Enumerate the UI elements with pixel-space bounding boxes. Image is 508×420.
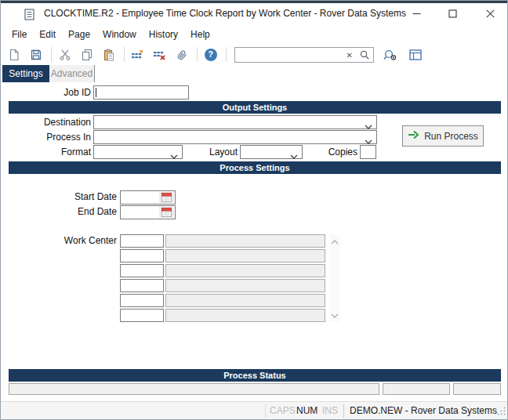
copy-button[interactable] bbox=[77, 45, 96, 64]
ins-indicator: INS bbox=[322, 402, 338, 419]
cut-button[interactable] bbox=[55, 45, 74, 64]
scroll-up-icon[interactable] bbox=[331, 236, 339, 247]
work-center-description bbox=[165, 309, 325, 322]
close-button[interactable] bbox=[477, 3, 503, 24]
title-bar[interactable]: CLOCKTIME.R2 - Employee Time Clock Repor… bbox=[1, 3, 507, 24]
scroll-down-icon[interactable] bbox=[331, 310, 339, 320]
connection-status: DEMO.NEW - Rover Data Systems bbox=[350, 402, 497, 419]
end-date-input[interactable] bbox=[122, 207, 158, 218]
layout-label: Layout bbox=[189, 145, 238, 159]
status-bar: CAPS NUM INS DEMO.NEW - Rover Data Syste… bbox=[1, 401, 507, 419]
process-settings-header: Process Settings bbox=[9, 161, 501, 174]
job-id-label: Job ID bbox=[1, 85, 91, 100]
work-center-rows bbox=[120, 234, 325, 324]
insert-rows-button[interactable] bbox=[128, 45, 147, 64]
toolbar-separator bbox=[124, 47, 125, 62]
search-input[interactable] bbox=[235, 48, 339, 62]
menu-item-edit[interactable]: Edit bbox=[33, 26, 62, 43]
work-center-code-input[interactable] bbox=[120, 309, 164, 322]
work-center-row bbox=[120, 309, 325, 322]
work-center-description bbox=[165, 279, 325, 292]
resize-grip[interactable] bbox=[497, 407, 506, 418]
search-view-button[interactable] bbox=[380, 45, 400, 64]
save-button[interactable] bbox=[26, 45, 45, 64]
destination-label: Destination bbox=[1, 115, 91, 129]
end-date-calendar-button[interactable] bbox=[159, 207, 174, 218]
menu-item-file[interactable]: File bbox=[5, 26, 33, 43]
tab-settings[interactable]: Settings bbox=[2, 65, 49, 82]
process-in-label: Process In bbox=[1, 130, 91, 144]
copies-label: Copies bbox=[310, 145, 357, 159]
window-title: CLOCKTIME.R2 - Employee Time Clock Repor… bbox=[44, 3, 406, 24]
end-date-label: End Date bbox=[1, 205, 117, 219]
menu-item-history[interactable]: History bbox=[143, 26, 184, 43]
calendar-icon bbox=[161, 208, 172, 217]
attachment-button[interactable] bbox=[172, 45, 191, 64]
start-date-field bbox=[120, 190, 176, 205]
run-arrow-icon bbox=[408, 130, 419, 142]
maximize-button[interactable] bbox=[440, 3, 465, 24]
layout-columns-button[interactable] bbox=[405, 45, 425, 64]
work-center-code-input[interactable] bbox=[120, 279, 164, 292]
work-center-scrollbar[interactable] bbox=[330, 234, 340, 322]
chevron-down-icon bbox=[290, 150, 298, 161]
document-icon bbox=[24, 9, 34, 23]
start-date-calendar-button[interactable] bbox=[159, 192, 174, 203]
search-icon[interactable] bbox=[359, 49, 370, 63]
work-center-code-input[interactable] bbox=[120, 249, 164, 262]
menu-item-page[interactable]: Page bbox=[62, 26, 96, 43]
process-status-message bbox=[9, 383, 379, 395]
work-center-row bbox=[120, 294, 325, 307]
format-select[interactable] bbox=[93, 145, 183, 159]
toolbar-separator bbox=[197, 47, 198, 62]
start-date-input[interactable] bbox=[122, 192, 158, 203]
toolbar: ? ✕ bbox=[1, 44, 507, 65]
caps-indicator: CAPS bbox=[270, 402, 296, 419]
menu-item-help[interactable]: Help bbox=[184, 26, 216, 43]
end-date-field bbox=[120, 205, 176, 219]
num-indicator: NUM bbox=[296, 402, 318, 419]
text-caret bbox=[96, 88, 96, 97]
tab-advanced[interactable]: Advanced bbox=[49, 65, 95, 82]
help-button[interactable]: ? bbox=[201, 45, 220, 64]
help-icon: ? bbox=[205, 49, 217, 61]
work-center-row bbox=[120, 234, 325, 248]
process-status-field-3 bbox=[453, 383, 501, 395]
clear-search-icon[interactable]: ✕ bbox=[347, 50, 353, 61]
copies-input[interactable] bbox=[360, 145, 376, 159]
toolbar-separator bbox=[226, 47, 227, 62]
new-document-button[interactable] bbox=[4, 45, 24, 64]
work-center-description bbox=[165, 294, 325, 307]
status-separator bbox=[343, 404, 344, 418]
work-center-description bbox=[165, 234, 325, 248]
work-center-code-input[interactable] bbox=[120, 264, 164, 277]
run-process-label: Run Process bbox=[424, 131, 478, 142]
toolbar-separator bbox=[51, 47, 52, 62]
toolbar-search-box: ✕ bbox=[234, 47, 374, 63]
delete-rows-button[interactable] bbox=[150, 45, 169, 64]
layout-select[interactable] bbox=[240, 145, 303, 159]
work-center-description bbox=[165, 264, 325, 277]
work-center-row bbox=[120, 249, 325, 262]
app-window: CLOCKTIME.R2 - Employee Time Clock Repor… bbox=[0, 0, 508, 420]
output-settings-header: Output Settings bbox=[9, 101, 501, 114]
chevron-down-icon bbox=[170, 150, 178, 161]
run-process-button[interactable]: Run Process bbox=[402, 125, 484, 147]
job-id-input[interactable] bbox=[93, 85, 189, 100]
menu-bar: File Edit Page Window History Help bbox=[1, 24, 507, 44]
paste-button[interactable] bbox=[99, 45, 118, 64]
process-in-select[interactable] bbox=[93, 130, 377, 144]
minimize-button[interactable] bbox=[404, 3, 429, 24]
process-status-header: Process Status bbox=[9, 369, 501, 382]
tab-strip: Settings Advanced bbox=[1, 65, 507, 82]
work-center-code-input[interactable] bbox=[120, 234, 164, 248]
start-date-label: Start Date bbox=[1, 190, 117, 204]
process-status-field-2 bbox=[383, 383, 450, 395]
calendar-icon bbox=[161, 193, 172, 202]
menu-item-window[interactable]: Window bbox=[96, 26, 143, 43]
destination-select[interactable] bbox=[93, 115, 377, 129]
work-center-code-input[interactable] bbox=[120, 294, 164, 307]
format-label: Format bbox=[1, 145, 91, 159]
work-center-label: Work Center bbox=[1, 234, 117, 248]
work-center-description bbox=[165, 249, 325, 262]
